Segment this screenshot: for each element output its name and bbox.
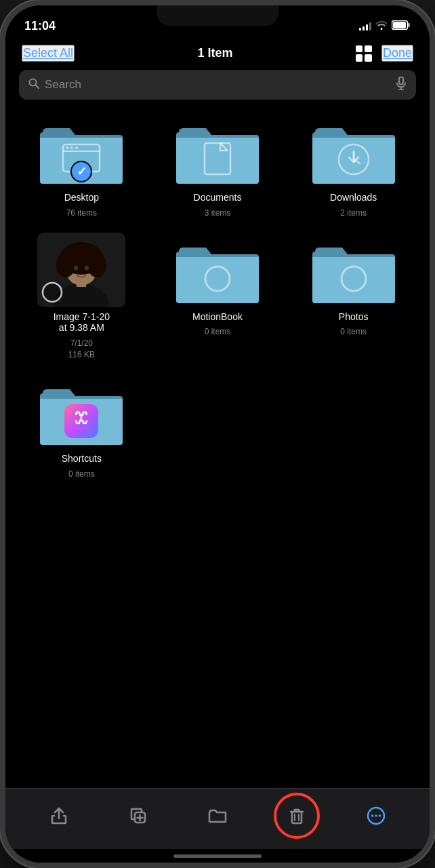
list-item[interactable]: Image 7-1-20 at 9.38 AM 7/1/20 116 KB — [19, 233, 144, 361]
bottom-toolbar — [5, 788, 430, 849]
motionbook-folder-meta: 0 items — [205, 326, 231, 338]
checkmark-icon: ✓ — [77, 164, 87, 179]
motionbook-folder-icon — [173, 233, 262, 307]
list-item[interactable]: MotionBook 0 items — [155, 233, 281, 361]
svg-point-10 — [66, 146, 68, 149]
file-grid: ✓ Desktop 76 items — [5, 106, 430, 788]
select-all-button[interactable]: Select All — [22, 45, 75, 62]
list-item[interactable]: ✓ Desktop 76 items — [19, 113, 144, 219]
photos-folder-meta: 0 items — [340, 326, 367, 338]
list-item[interactable]: Downloads 2 items — [291, 113, 416, 219]
wifi-icon — [375, 20, 388, 32]
move-button[interactable] — [201, 799, 234, 833]
motionbook-folder-name: MotionBook — [192, 311, 243, 323]
svg-point-28 — [43, 283, 62, 302]
list-item[interactable]: Shortcuts 0 items — [19, 374, 144, 480]
shortcuts-folder-meta: 0 items — [68, 469, 95, 480]
downloads-folder-icon — [310, 113, 398, 188]
downloads-folder-name: Downloads — [330, 192, 377, 203]
search-bar[interactable]: Search — [19, 70, 416, 100]
phone-frame: 11:04 — [0, 0, 435, 868]
search-placeholder: Search — [45, 78, 390, 92]
svg-rect-2 — [393, 22, 406, 28]
mic-icon[interactable] — [396, 77, 407, 93]
svg-point-27 — [85, 265, 89, 270]
image-thumbnail — [37, 233, 125, 307]
list-item[interactable]: Documents 3 items — [155, 113, 281, 219]
top-toolbar: Select All 1 Item Done — [5, 39, 430, 67]
selected-badge: ✓ — [70, 161, 92, 182]
desktop-folder-name: Desktop — [64, 192, 99, 203]
photos-folder-name: Photos — [339, 311, 369, 323]
desktop-folder-icon: ✓ — [37, 113, 125, 188]
documents-folder-icon — [173, 113, 262, 188]
delete-button[interactable] — [280, 799, 314, 833]
status-time: 11:04 — [24, 19, 56, 33]
svg-point-42 — [379, 814, 381, 817]
svg-rect-5 — [399, 77, 403, 85]
svg-point-26 — [74, 265, 78, 270]
item-count: 1 Item — [197, 46, 232, 60]
svg-point-41 — [375, 814, 378, 817]
image-file-name: Image 7-1-20 at 9.38 AM — [54, 311, 110, 334]
share-button[interactable] — [42, 799, 76, 833]
signal-bars-icon — [359, 21, 371, 31]
svg-point-25 — [82, 246, 101, 262]
svg-point-11 — [70, 146, 73, 149]
battery-icon — [392, 20, 411, 32]
more-button[interactable] — [359, 799, 393, 833]
svg-line-4 — [36, 85, 39, 89]
desktop-folder-meta: 76 items — [66, 208, 97, 219]
toolbar-right: Done — [356, 45, 413, 62]
documents-folder-name: Documents — [194, 192, 242, 203]
home-indicator — [5, 849, 430, 863]
search-icon — [28, 78, 39, 92]
duplicate-button[interactable] — [121, 799, 155, 833]
photos-folder-icon — [310, 233, 398, 307]
phone-screen: 11:04 — [5, 5, 430, 863]
notch — [157, 5, 278, 26]
shortcuts-folder-name: Shortcuts — [62, 453, 102, 465]
delete-ring-highlight — [274, 793, 320, 839]
svg-point-40 — [371, 814, 374, 817]
grid-view-icon[interactable] — [356, 45, 372, 62]
shortcuts-folder-icon — [37, 374, 125, 449]
home-bar — [173, 854, 262, 858]
done-button[interactable]: Done — [381, 45, 413, 62]
svg-point-12 — [75, 146, 78, 149]
svg-point-24 — [62, 246, 81, 262]
image-preview — [37, 233, 125, 307]
image-file-meta: 7/1/20 116 KB — [68, 338, 95, 361]
downloads-folder-meta: 2 items — [340, 208, 367, 219]
status-icons — [359, 20, 411, 32]
documents-folder-meta: 3 items — [205, 208, 231, 219]
svg-rect-1 — [408, 23, 410, 27]
list-item[interactable]: Photos 0 items — [291, 233, 416, 361]
